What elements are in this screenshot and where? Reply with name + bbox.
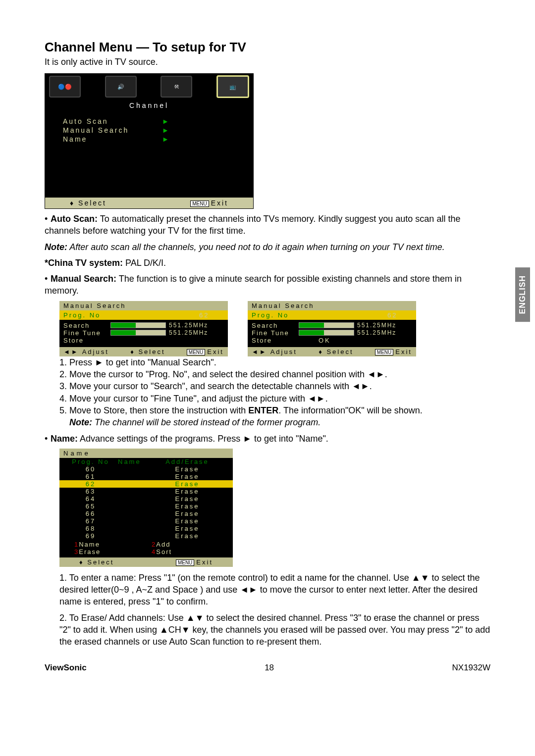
panel-title: Manual Search — [59, 301, 228, 310]
model-label: NX1932W — [452, 663, 490, 673]
name-table-row[interactable]: 65Erase — [59, 503, 233, 510]
page-subtitle: It is only active in TV source. — [45, 57, 490, 67]
panel-footer: ◄► Adjust ♦ Select MENUExit — [59, 347, 228, 356]
name-table-row[interactable]: 69Erase — [59, 532, 233, 540]
panel-title: Manual Search — [248, 301, 416, 310]
name-table-row[interactable]: 67Erase — [59, 517, 233, 525]
name-table-row[interactable]: 60Erase — [59, 465, 233, 473]
name-panel-footer: ♦ Select MENUExit — [59, 557, 233, 567]
name-table-row[interactable]: 61Erase — [59, 473, 233, 480]
page-number: 18 — [265, 663, 274, 673]
name-table-row[interactable]: 62Erase — [59, 480, 233, 488]
name-table-header: Prog. No Name Add/Erase — [59, 458, 233, 465]
step-1: 1. Press ► to get into "Manual Search". — [59, 356, 490, 368]
search-row[interactable]: Search551.25MHz — [63, 322, 224, 329]
auto-scan-note: Note: After auto scan all the channels, … — [45, 241, 490, 253]
name-table-row[interactable]: 68Erase — [59, 525, 233, 532]
prog-no-row[interactable]: Prog. No 62 — [59, 310, 228, 320]
fine-tune-row[interactable]: Fine Tune551.25MHz — [63, 329, 224, 337]
store-row[interactable]: StoreOK — [252, 337, 412, 344]
osd-item-name[interactable]: Name ► — [63, 135, 247, 143]
osd-title: Channel — [45, 100, 253, 113]
step-2: 2. Move the cursor to "Prog. No", and se… — [59, 368, 490, 380]
manual-steps: 1. Press ► to get into "Manual Search". … — [59, 356, 490, 429]
osd-footer: ♦ Select MENUExit — [45, 198, 253, 208]
fine-tune-row[interactable]: Fine Tune551.25MHz — [252, 329, 412, 337]
manual-search-paragraph: •Manual Search: The function is to give … — [45, 273, 490, 297]
manual-search-panel-1: Manual Search Prog. No 62 Search551.25MH… — [59, 301, 228, 356]
channel-tab-icon[interactable]: 📺 — [216, 75, 249, 98]
osd-item-label: Name — [63, 135, 162, 143]
name-panel: Name Prog. No Name Add/Erase 60Erase61Er… — [59, 449, 233, 567]
settings-tab-icon[interactable]: 🛠 — [160, 76, 192, 98]
osd-foot-exit: MENUExit — [190, 199, 228, 207]
page-heading: Channel Menu — To setup for TV — [45, 40, 490, 55]
auto-scan-paragraph: •Auto Scan: To automatically preset the … — [45, 213, 490, 237]
china-tv-system: *China TV system: PAL D/K/I. — [45, 257, 490, 269]
search-row[interactable]: Search551.25MHz — [252, 322, 412, 329]
osd-item-label: Auto Scan — [63, 117, 162, 125]
osd-item-label: Manual Search — [63, 126, 162, 134]
chevron-right-icon: ► — [162, 126, 170, 134]
brand-label: ViewSonic — [45, 663, 87, 673]
page-footer: ViewSonic 18 NX1932W — [45, 663, 490, 673]
step-5: 5. Move to Store, then store the instruc… — [59, 404, 490, 416]
language-tab: ENGLISH — [515, 267, 530, 322]
name-table-row[interactable]: 64Erase — [59, 495, 233, 503]
picture-tab-icon[interactable]: 🔵🔴 — [49, 76, 81, 98]
store-row[interactable]: Store — [63, 337, 224, 344]
manual-search-panel-2: Manual Search Prog. No 62 Search551.25MH… — [248, 301, 416, 356]
prog-no-row[interactable]: Prog. No 62 — [248, 310, 416, 320]
name-paragraph: •Name: Advance settings of the programs.… — [45, 433, 490, 445]
osd-item-manual-search[interactable]: Manual Search ► — [63, 126, 247, 134]
osd-foot-select: ♦ Select — [70, 199, 107, 207]
channel-menu-osd: 🔵🔴 🔊 🛠 📺 Channel Auto Scan ► Manual Sear… — [45, 73, 254, 209]
chevron-right-icon: ► — [162, 135, 170, 143]
panel-footer: ◄► Adjust ♦ Select MENUExit — [248, 347, 416, 356]
name-instruction-2: 2. To Erase/ Add channels: Use ▲▼ to sel… — [59, 612, 490, 648]
step-3: 3. Move your cursor to "Search", and sea… — [59, 380, 490, 392]
name-instruction-1: 1. To enter a name: Press "1" (on the re… — [59, 572, 490, 608]
osd-item-auto-scan[interactable]: Auto Scan ► — [63, 117, 247, 125]
chevron-right-icon: ► — [162, 117, 170, 125]
name-table-row[interactable]: 66Erase — [59, 510, 233, 517]
sound-tab-icon[interactable]: 🔊 — [105, 76, 137, 98]
step-4: 4. Move your cursor to "Fine Tune", and … — [59, 393, 490, 404]
name-panel-title: Name — [59, 449, 233, 458]
name-table-row[interactable]: 63Erase — [59, 488, 233, 495]
name-legend: 1Name2Add3Erase4Sort — [59, 540, 233, 557]
osd-tab-bar: 🔵🔴 🔊 🛠 📺 — [45, 74, 253, 100]
